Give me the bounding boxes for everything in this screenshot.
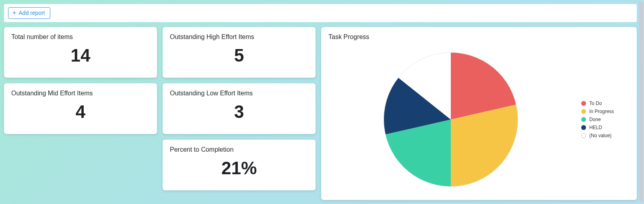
- card-value: 14: [11, 43, 150, 67]
- card-title: Total number of items: [11, 33, 150, 41]
- card-low-effort[interactable]: Outstanding Low Effort Items 3: [163, 83, 316, 134]
- scrollbar[interactable]: [639, 2, 643, 202]
- swatch-icon: [581, 117, 586, 122]
- legend-item-inprog[interactable]: In Progress: [581, 109, 630, 114]
- legend-item-todo[interactable]: To Do: [581, 101, 630, 106]
- scrollbar-thumb[interactable]: [639, 2, 643, 202]
- card-mid-effort[interactable]: Outstanding Mid Effort Items 4: [4, 83, 157, 134]
- plus-icon: +: [12, 10, 16, 16]
- swatch-icon: [581, 133, 586, 138]
- add-report-button[interactable]: + Add report: [8, 7, 50, 19]
- card-title: Percent to Completion: [170, 146, 308, 153]
- legend-label: Done: [589, 117, 601, 122]
- legend-label: (No value): [589, 133, 611, 138]
- card-task-progress[interactable]: Task Progress To Do In Progress: [321, 27, 637, 200]
- card-high-effort[interactable]: Outstanding High Effort Items 5: [163, 27, 316, 78]
- card-value: 4: [11, 99, 150, 123]
- swatch-icon: [581, 109, 586, 114]
- legend-label: To Do: [589, 101, 602, 106]
- card-value: 21%: [170, 156, 308, 179]
- card-total-items[interactable]: Total number of items 14: [4, 27, 157, 78]
- legend-item-done[interactable]: Done: [581, 117, 630, 122]
- legend-label: In Progress: [589, 109, 614, 114]
- card-pct-complete[interactable]: Percent to Completion 21%: [163, 140, 316, 190]
- toolbar: + Add report: [4, 4, 637, 22]
- card-title: Outstanding High Effort Items: [170, 33, 308, 41]
- card-value: 3: [170, 99, 308, 123]
- card-title: Outstanding Mid Effort Items: [11, 90, 150, 97]
- legend-label: HELD: [589, 125, 602, 130]
- chart-legend: To Do In Progress Done HELD: [581, 101, 630, 138]
- card-value: 5: [170, 43, 308, 67]
- legend-item-novalue[interactable]: (No value): [581, 133, 630, 138]
- legend-item-held[interactable]: HELD: [581, 125, 630, 130]
- chart-title: Task Progress: [328, 33, 630, 41]
- card-title: Outstanding Low Effort Items: [170, 90, 308, 97]
- pie-chart: [328, 49, 573, 190]
- swatch-icon: [581, 101, 586, 106]
- add-report-label: Add report: [19, 9, 45, 16]
- swatch-icon: [581, 125, 586, 130]
